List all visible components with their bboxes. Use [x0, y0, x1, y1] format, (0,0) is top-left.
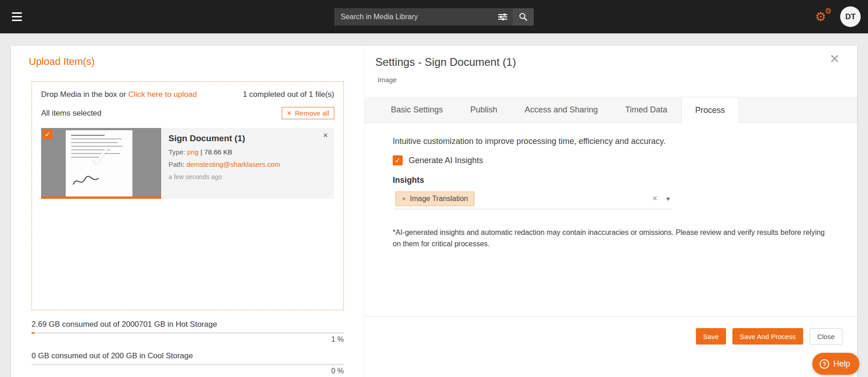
- media-search-bar: [334, 8, 534, 26]
- tab-basic-settings[interactable]: Basic Settings: [377, 97, 457, 122]
- generate-ai-row[interactable]: ✓ Generate AI Insights: [393, 155, 483, 165]
- file-type-value: png: [187, 148, 199, 156]
- search-input[interactable]: [334, 8, 493, 26]
- remove-all-x-icon: ✕: [287, 110, 292, 117]
- thumbnail-selected-checkbox[interactable]: ✓: [42, 129, 53, 139]
- settings-close-icon[interactable]: ✕: [829, 53, 840, 65]
- upload-title: Upload Item(s): [29, 56, 95, 68]
- file-size: | 78.66 KB: [200, 148, 232, 156]
- cool-storage-text: 0 GB consumed out of 200 GB in Cool Stor…: [32, 351, 344, 361]
- search-icon[interactable]: [513, 8, 534, 26]
- insight-chip[interactable]: × Image Translation: [395, 191, 474, 206]
- menu-icon[interactable]: [12, 11, 24, 22]
- dropzone: Drop Media in the box or Click here to u…: [32, 81, 344, 310]
- help-icon: ?: [820, 359, 829, 369]
- file-type: Type: png | 78.66 KB: [168, 148, 327, 156]
- file-info: Sign Document (1) Type: png | 78.66 KB P…: [161, 128, 334, 199]
- generate-ai-checkbox[interactable]: ✓: [393, 155, 403, 165]
- file-name: Sign Document (1): [168, 133, 327, 143]
- hot-storage-bar-fill: [32, 332, 35, 334]
- file-remove-icon[interactable]: ×: [323, 131, 328, 140]
- top-bar: ⚙ ⚙ DT: [0, 0, 868, 33]
- settings-pane: Settings - Sign Document (1) ✕ Image Bas…: [364, 46, 857, 377]
- cool-storage-block: 0 GB consumed out of 200 GB in Cool Stor…: [32, 351, 344, 375]
- hot-storage-percent: 1 %: [32, 335, 344, 344]
- hot-storage-bar: [32, 332, 344, 334]
- chip-label: Image Translation: [410, 195, 468, 203]
- footer-buttons: Save Save And Process Close: [696, 328, 842, 345]
- app-screen: ⚙ ⚙ DT Upload Item(s) Drop Media in the …: [0, 0, 868, 377]
- click-to-upload-link[interactable]: Click here to upload: [128, 90, 197, 99]
- close-button[interactable]: Close: [810, 328, 842, 345]
- file-path: Path: demstesting@sharklasers.com: [168, 160, 327, 168]
- file-type-label: Type:: [168, 148, 185, 156]
- file-uploaded-time: a few seconds ago: [168, 173, 327, 181]
- save-button[interactable]: Save: [696, 328, 726, 345]
- hot-storage-block: 2.69 GB consumed out of 2000701 GB in Ho…: [32, 320, 344, 344]
- chip-remove-icon[interactable]: ×: [402, 195, 406, 202]
- signature-squiggle: [70, 174, 102, 188]
- select-caret-icon[interactable]: ▾: [666, 195, 672, 203]
- tab-process[interactable]: Process: [681, 97, 739, 123]
- file-path-label: Path:: [168, 160, 184, 168]
- generate-ai-label: Generate AI Insights: [409, 156, 483, 165]
- filter-icon[interactable]: [493, 8, 513, 26]
- help-button[interactable]: ? Help: [812, 353, 859, 375]
- file-path-link[interactable]: demstesting@sharklasers.com: [186, 160, 280, 168]
- save-and-process-button[interactable]: Save And Process: [732, 328, 803, 345]
- insights-select[interactable]: × Image Translation × ▾: [395, 188, 672, 209]
- hot-storage-text: 2.69 GB consumed out of 2000701 GB in Ho…: [32, 320, 344, 329]
- all-items-selected-label: All items selected: [41, 109, 101, 118]
- gear-small-icon: ⚙: [825, 7, 831, 15]
- cool-storage-bar: [32, 364, 344, 365]
- tab-access-and-sharing[interactable]: Access and Sharing: [511, 97, 611, 122]
- remove-all-button[interactable]: ✕ Remove all: [282, 107, 334, 119]
- remove-all-label: Remove all: [295, 109, 329, 117]
- upload-complete-check-icon: ✓: [41, 140, 161, 174]
- settings-gears-icon[interactable]: ⚙ ⚙: [815, 7, 834, 27]
- settings-tabs: Basic Settings Publish Access and Sharin…: [364, 97, 857, 123]
- footer-divider: [364, 316, 857, 317]
- completed-count: 1 completed out of 1 file(s): [243, 90, 334, 99]
- upload-progress-bar: [41, 196, 161, 199]
- process-intro-text: Intuitive customization to improve proce…: [393, 137, 666, 146]
- file-row: ✓ ✓ Sign Document (1) Type: png | 78.66 …: [41, 128, 334, 199]
- avatar[interactable]: DT: [840, 6, 861, 27]
- settings-title: Settings - Sign Document (1): [375, 56, 516, 69]
- file-thumbnail[interactable]: ✓ ✓: [41, 128, 161, 199]
- main-panel: Upload Item(s) Drop Media in the box or …: [11, 46, 857, 377]
- select-clear-icon[interactable]: ×: [652, 194, 660, 203]
- help-label: Help: [833, 359, 850, 369]
- tab-publish[interactable]: Publish: [457, 97, 511, 122]
- drop-text: Drop Media in the box or Click here to u…: [41, 90, 197, 99]
- tab-timed-data[interactable]: Timed Data: [611, 97, 681, 122]
- media-type-label: Image: [378, 76, 397, 84]
- insights-label: Insights: [393, 175, 424, 185]
- cool-storage-percent: 0 %: [32, 367, 344, 375]
- drop-prefix: Drop Media in the box or: [41, 90, 126, 99]
- ai-disclaimer: *AI-generated insights and automatic red…: [393, 227, 826, 250]
